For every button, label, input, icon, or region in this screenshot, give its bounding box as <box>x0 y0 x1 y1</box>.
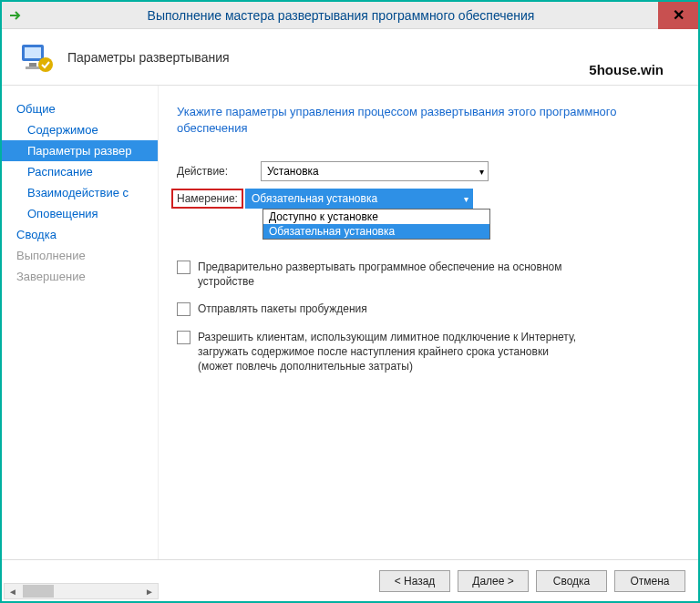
sidebar-item: Завершение <box>2 266 158 287</box>
titlebar: Выполнение мастера развертывания програм… <box>2 2 698 29</box>
wizard-content: Укажите параметры управления процессом р… <box>159 86 698 559</box>
chevron-down-icon: ▾ <box>479 167 484 177</box>
scroll-right-icon[interactable]: ► <box>141 584 158 598</box>
action-select-value: Установка <box>267 165 319 178</box>
sidebar-item[interactable]: Взаимодействие с <box>2 182 158 203</box>
checkbox-row: Предварительно развертывать программное … <box>177 260 674 289</box>
scroll-left-icon[interactable]: ◄ <box>5 584 21 598</box>
checkbox-label: Разрешить клиентам, использующим лимитно… <box>198 330 581 374</box>
scrollbar-thumb[interactable] <box>23 585 54 598</box>
purpose-option[interactable]: Доступно к установке <box>263 210 489 224</box>
sidebar-horizontal-scrollbar[interactable]: ◄ ► <box>4 583 159 599</box>
action-select[interactable]: Установка ▾ <box>261 161 489 181</box>
purpose-select[interactable]: Обязательная установка ▾ <box>245 189 473 209</box>
purpose-select-value: Обязательная установка <box>252 192 377 205</box>
checkbox-row: Разрешить клиентам, использующим лимитно… <box>177 330 674 374</box>
checkbox-label: Предварительно развертывать программное … <box>198 260 581 289</box>
cancel-button[interactable]: Отмена <box>614 570 685 592</box>
purpose-label: Намерение: <box>177 192 238 205</box>
summary-button[interactable]: Сводка <box>536 570 607 592</box>
wizard-sidebar: ОбщиеСодержимоеПараметры разверРасписани… <box>2 86 159 559</box>
svg-rect-3 <box>26 66 40 69</box>
purpose-option[interactable]: Обязательная установка <box>263 224 489 239</box>
action-label: Действие: <box>177 165 261 178</box>
sidebar-item[interactable]: Сводка <box>2 224 158 245</box>
checkbox-row: Отправлять пакеты пробуждения <box>177 302 674 316</box>
chevron-down-icon: ▾ <box>464 194 468 204</box>
svg-point-4 <box>38 57 53 72</box>
sidebar-item[interactable]: Параметры развер <box>2 140 158 161</box>
checkbox[interactable] <box>177 302 190 316</box>
sidebar-item[interactable]: Оповещения <box>2 203 158 224</box>
checkbox[interactable] <box>177 261 190 274</box>
wizard-icon <box>18 39 55 76</box>
back-button[interactable]: < Назад <box>379 570 450 592</box>
svg-rect-2 <box>29 63 36 66</box>
sidebar-item[interactable]: Расписание <box>2 161 158 182</box>
page-title: Параметры развертывания <box>67 50 230 65</box>
sidebar-item[interactable]: Содержимое <box>2 119 158 140</box>
close-button[interactable]: ✕ <box>658 2 698 29</box>
instruction-text: Укажите параметры управления процессом р… <box>177 104 674 136</box>
sidebar-item: Выполнение <box>2 245 158 266</box>
checkbox[interactable] <box>177 331 190 344</box>
watermark: 5house.win <box>589 62 664 77</box>
sidebar-item[interactable]: Общие <box>2 98 158 119</box>
checkbox-label: Отправлять пакеты пробуждения <box>198 302 367 316</box>
purpose-dropdown: Доступно к установкеОбязательная установ… <box>262 209 490 240</box>
purpose-row: Намерение: Обязательная установка ▾ Дост… <box>177 189 674 209</box>
svg-rect-1 <box>25 47 41 58</box>
wizard-header: Параметры развертывания 5house.win <box>2 29 698 86</box>
action-row: Действие: Установка ▾ <box>177 161 674 181</box>
window-title: Выполнение мастера развертывания програм… <box>24 8 658 23</box>
wizard-next-arrow-icon <box>7 7 24 24</box>
next-button[interactable]: Далее > <box>458 570 529 592</box>
